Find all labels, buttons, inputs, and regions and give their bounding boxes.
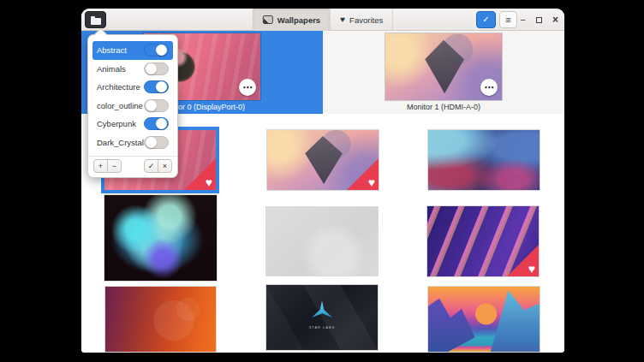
hamburger-menu-icon: ≡ — [505, 15, 510, 25]
wallpaper-image — [104, 195, 217, 281]
starlabs-logo-icon — [312, 300, 332, 321]
heart-icon: ♥ — [528, 262, 535, 276]
monitor-0-more-button[interactable]: ⋯ — [239, 79, 256, 96]
category-popover: Abstract Animals Architecture color_outl… — [87, 34, 178, 178]
toggle-knob — [156, 81, 167, 92]
monitor-1-panel[interactable]: ⋯ Monitor 1 (HDMI-A-0) — [323, 31, 564, 114]
heart-icon: ♥ — [340, 15, 345, 24]
category-label: color_outline — [97, 101, 143, 110]
tab-wallpapers-label: Wallpapers — [277, 15, 320, 25]
category-label: Animals — [97, 64, 126, 74]
app-window: Wallpapers ♥ Favorites ✓ ≡ − — [81, 9, 564, 353]
category-toggle-switch[interactable] — [144, 117, 169, 130]
image-icon — [263, 15, 273, 24]
toggle-knob — [156, 45, 167, 56]
tab-favorites-label: Favorites — [349, 15, 383, 25]
wallpaper-grey-placeholder[interactable] — [266, 207, 378, 276]
minus-icon: − — [112, 162, 116, 170]
category-toggle-switch[interactable] — [144, 99, 169, 112]
tab-wallpapers[interactable]: Wallpapers — [253, 9, 330, 31]
maximize-icon — [536, 17, 542, 23]
more-options-icon: ⋯ — [485, 82, 494, 93]
window-controls: − × — [515, 11, 564, 28]
close-button[interactable]: × — [547, 11, 564, 28]
more-options-icon: ⋯ — [243, 82, 253, 93]
category-row[interactable]: Abstract — [92, 41, 173, 60]
monitor-1-wallpaper-preview[interactable]: ⋯ — [385, 33, 502, 100]
wallpaper-image — [428, 287, 540, 352]
heart-icon: ♥ — [368, 175, 375, 189]
category-row[interactable]: Cyberpunk — [92, 115, 173, 134]
wallpaper-image — [266, 207, 378, 276]
apply-button[interactable]: ✓ — [476, 11, 496, 28]
wallpaper-image — [105, 287, 216, 352]
wallpaper-starlabs[interactable]: STAR LABS — [266, 285, 378, 350]
category-row[interactable]: Architecture — [92, 78, 173, 97]
add-category-button[interactable]: + — [93, 159, 108, 173]
maximize-button[interactable] — [531, 11, 547, 28]
close-icon: × — [163, 162, 167, 170]
popover-actions: + − ✓ × — [93, 159, 172, 173]
starlabs-logo-text: STAR LABS — [266, 325, 378, 329]
category-label: Dark_Crystal — [97, 138, 144, 147]
category-list: Abstract Animals Architecture color_outl… — [92, 41, 173, 151]
toggle-knob — [146, 63, 157, 74]
view-switcher: Wallpapers ♥ Favorites — [253, 9, 393, 31]
toggle-knob — [146, 137, 157, 148]
minimize-button[interactable]: − — [515, 11, 531, 28]
category-toggle-switch[interactable] — [144, 62, 169, 75]
category-label: Architecture — [97, 82, 140, 92]
check-icon: ✓ — [482, 15, 489, 24]
toggle-knob — [156, 118, 167, 129]
wallpaper-image: STAR LABS — [266, 285, 378, 350]
tab-favorites[interactable]: ♥ Favorites — [330, 9, 393, 31]
wallpaper-purple-waves[interactable]: ♥ — [427, 206, 539, 276]
popover-separator — [88, 156, 177, 157]
close-icon: × — [552, 14, 558, 26]
check-icon: ✓ — [148, 162, 155, 170]
category-toggle-switch[interactable] — [144, 44, 169, 56]
remove-category-button[interactable]: − — [107, 159, 122, 173]
heart-icon: ♥ — [206, 175, 212, 189]
category-row[interactable]: Dark_Crystal — [92, 134, 173, 152]
plus-icon: + — [98, 162, 103, 170]
header-bar: Wallpapers ♥ Favorites ✓ ≡ − — [81, 9, 564, 31]
category-row[interactable]: color_outline — [92, 97, 173, 116]
confirm-categories-button[interactable]: ✓ — [144, 159, 158, 173]
toggle-knob — [146, 100, 157, 111]
wallpaper-mountain-sunset[interactable] — [428, 287, 540, 352]
desktop-background: Wallpapers ♥ Favorites ✓ ≡ − — [0, 0, 644, 362]
close-popover-button[interactable]: × — [158, 159, 172, 173]
wallpaper-floating-island[interactable]: ♥ — [267, 130, 379, 190]
monitor-1-more-button[interactable]: ⋯ — [480, 79, 498, 96]
wallpaper-ink-smoke[interactable] — [104, 195, 217, 281]
open-folder-button[interactable] — [85, 11, 106, 28]
category-toggle-switch[interactable] — [144, 136, 169, 149]
monitor-1-label: Monitor 1 (HDMI-A-0) — [323, 103, 564, 111]
wallpaper-abstract-clouds[interactable] — [428, 130, 540, 190]
wallpaper-ubuntu-orange[interactable] — [105, 287, 216, 352]
category-toggle-switch[interactable] — [144, 80, 169, 93]
category-label: Cyberpunk — [97, 119, 136, 128]
category-label: Abstract — [97, 45, 127, 55]
folder-open-icon — [91, 18, 101, 25]
minimize-icon: − — [520, 15, 525, 25]
wallpaper-image — [428, 130, 540, 190]
category-row[interactable]: Animals — [92, 60, 173, 79]
